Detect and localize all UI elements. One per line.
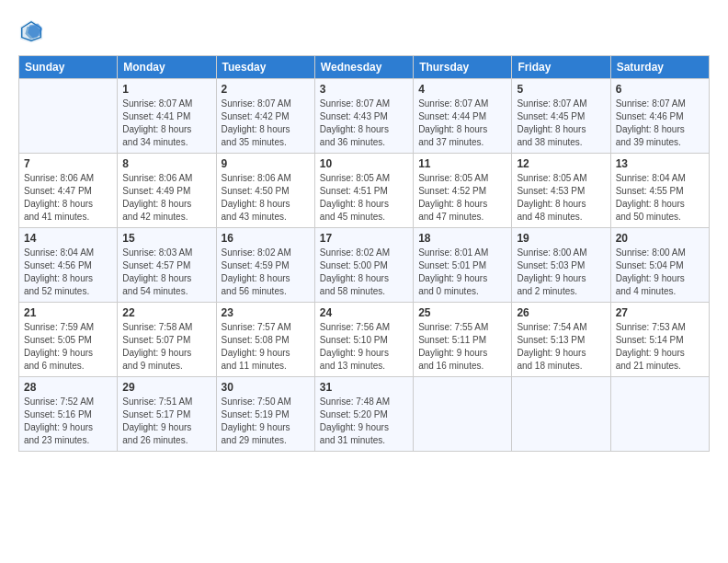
day-info: Sunrise: 8:05 AMSunset: 4:53 PMDaylight:… xyxy=(517,172,605,224)
day-info: Sunrise: 7:56 AMSunset: 5:10 PMDaylight:… xyxy=(320,321,408,373)
day-info: Sunrise: 7:58 AMSunset: 5:07 PMDaylight:… xyxy=(122,321,210,373)
day-info: Sunrise: 8:02 AMSunset: 4:59 PMDaylight:… xyxy=(222,247,310,298)
calendar-cell: 25Sunrise: 7:55 AMSunset: 5:11 PMDayligh… xyxy=(414,303,512,377)
calendar-cell: 15Sunrise: 8:03 AMSunset: 4:57 PMDayligh… xyxy=(118,228,216,303)
day-info: Sunrise: 7:48 AMSunset: 5:20 PMDaylight:… xyxy=(320,396,408,447)
day-number: 24 xyxy=(320,306,408,319)
calendar-cell: 1Sunrise: 8:07 AMSunset: 4:41 PMDaylight… xyxy=(118,79,216,154)
weekday-header-sunday: Sunday xyxy=(19,56,118,79)
day-number: 1 xyxy=(122,83,210,96)
day-number: 2 xyxy=(222,83,310,96)
day-info: Sunrise: 8:07 AMSunset: 4:45 PMDaylight:… xyxy=(517,98,605,149)
calendar-cell: 29Sunrise: 7:51 AMSunset: 5:17 PMDayligh… xyxy=(118,377,216,452)
weekday-header-friday: Friday xyxy=(512,56,610,79)
day-number: 31 xyxy=(320,381,408,394)
day-info: Sunrise: 7:51 AMSunset: 5:17 PMDaylight:… xyxy=(122,396,210,447)
day-number: 26 xyxy=(517,306,605,319)
calendar-cell: 26Sunrise: 7:54 AMSunset: 5:13 PMDayligh… xyxy=(512,303,610,377)
calendar-cell: 14Sunrise: 8:04 AMSunset: 4:56 PMDayligh… xyxy=(19,228,118,303)
day-number: 20 xyxy=(616,232,704,245)
calendar-cell: 23Sunrise: 7:57 AMSunset: 5:08 PMDayligh… xyxy=(216,303,314,377)
calendar-cell xyxy=(19,79,118,154)
calendar-cell xyxy=(414,377,512,452)
day-number: 28 xyxy=(24,381,112,394)
day-info: Sunrise: 7:52 AMSunset: 5:16 PMDaylight:… xyxy=(24,396,112,447)
day-info: Sunrise: 8:05 AMSunset: 4:52 PMDaylight:… xyxy=(418,172,506,224)
day-info: Sunrise: 7:57 AMSunset: 5:08 PMDaylight:… xyxy=(222,321,310,373)
day-number: 17 xyxy=(320,232,408,245)
calendar-week-row: 28Sunrise: 7:52 AMSunset: 5:16 PMDayligh… xyxy=(19,377,710,452)
calendar-cell: 6Sunrise: 8:07 AMSunset: 4:46 PMDaylight… xyxy=(610,79,709,154)
day-number: 12 xyxy=(517,157,605,170)
page-container: SundayMondayTuesdayWednesdayThursdayFrid… xyxy=(0,0,728,563)
calendar-week-row: 7Sunrise: 8:06 AMSunset: 4:47 PMDaylight… xyxy=(19,154,710,228)
day-info: Sunrise: 7:59 AMSunset: 5:05 PMDaylight:… xyxy=(24,321,112,373)
day-info: Sunrise: 7:53 AMSunset: 5:14 PMDaylight:… xyxy=(616,321,704,373)
day-number: 18 xyxy=(418,232,506,245)
calendar-week-row: 21Sunrise: 7:59 AMSunset: 5:05 PMDayligh… xyxy=(19,303,710,377)
day-number: 23 xyxy=(222,306,310,319)
day-info: Sunrise: 7:55 AMSunset: 5:11 PMDaylight:… xyxy=(418,321,506,373)
calendar-cell xyxy=(512,377,610,452)
weekday-header-thursday: Thursday xyxy=(414,56,512,79)
day-number: 11 xyxy=(418,157,506,170)
day-info: Sunrise: 7:50 AMSunset: 5:19 PMDaylight:… xyxy=(222,396,310,447)
calendar-cell: 17Sunrise: 8:02 AMSunset: 5:00 PMDayligh… xyxy=(314,228,413,303)
day-info: Sunrise: 8:07 AMSunset: 4:43 PMDaylight:… xyxy=(320,98,408,149)
weekday-header-wednesday: Wednesday xyxy=(314,56,413,79)
day-number: 15 xyxy=(122,232,210,245)
day-number: 22 xyxy=(122,306,210,319)
calendar-cell xyxy=(610,377,709,452)
day-info: Sunrise: 8:07 AMSunset: 4:44 PMDaylight:… xyxy=(418,98,506,149)
weekday-header-tuesday: Tuesday xyxy=(216,56,314,79)
calendar-cell: 31Sunrise: 7:48 AMSunset: 5:20 PMDayligh… xyxy=(314,377,413,452)
day-number: 8 xyxy=(122,157,210,170)
day-info: Sunrise: 8:03 AMSunset: 4:57 PMDaylight:… xyxy=(122,247,210,298)
calendar-cell: 12Sunrise: 8:05 AMSunset: 4:53 PMDayligh… xyxy=(512,154,610,228)
logo xyxy=(18,18,48,44)
day-number: 21 xyxy=(24,306,112,319)
calendar-cell: 7Sunrise: 8:06 AMSunset: 4:47 PMDaylight… xyxy=(19,154,118,228)
day-info: Sunrise: 8:01 AMSunset: 5:01 PMDaylight:… xyxy=(418,247,506,298)
calendar-cell: 5Sunrise: 8:07 AMSunset: 4:45 PMDaylight… xyxy=(512,79,610,154)
calendar-cell: 20Sunrise: 8:00 AMSunset: 5:04 PMDayligh… xyxy=(610,228,709,303)
calendar-cell: 2Sunrise: 8:07 AMSunset: 4:42 PMDaylight… xyxy=(216,79,314,154)
day-info: Sunrise: 8:07 AMSunset: 4:42 PMDaylight:… xyxy=(222,98,310,149)
calendar-cell: 16Sunrise: 8:02 AMSunset: 4:59 PMDayligh… xyxy=(216,228,314,303)
calendar-table: SundayMondayTuesdayWednesdayThursdayFrid… xyxy=(18,55,710,452)
calendar-cell: 27Sunrise: 7:53 AMSunset: 5:14 PMDayligh… xyxy=(610,303,709,377)
calendar-cell: 9Sunrise: 8:06 AMSunset: 4:50 PMDaylight… xyxy=(216,154,314,228)
weekday-header-monday: Monday xyxy=(118,56,216,79)
calendar-cell: 8Sunrise: 8:06 AMSunset: 4:49 PMDaylight… xyxy=(118,154,216,228)
calendar-cell: 22Sunrise: 7:58 AMSunset: 5:07 PMDayligh… xyxy=(118,303,216,377)
day-info: Sunrise: 8:04 AMSunset: 4:55 PMDaylight:… xyxy=(616,172,704,224)
calendar-cell: 30Sunrise: 7:50 AMSunset: 5:19 PMDayligh… xyxy=(216,377,314,452)
calendar-cell: 4Sunrise: 8:07 AMSunset: 4:44 PMDaylight… xyxy=(414,79,512,154)
day-number: 7 xyxy=(24,157,112,170)
calendar-cell: 21Sunrise: 7:59 AMSunset: 5:05 PMDayligh… xyxy=(19,303,118,377)
day-number: 14 xyxy=(24,232,112,245)
day-info: Sunrise: 8:02 AMSunset: 5:00 PMDaylight:… xyxy=(320,247,408,298)
weekday-header-saturday: Saturday xyxy=(610,56,709,79)
day-info: Sunrise: 7:54 AMSunset: 5:13 PMDaylight:… xyxy=(517,321,605,373)
calendar-header-row: SundayMondayTuesdayWednesdayThursdayFrid… xyxy=(19,56,710,79)
day-number: 6 xyxy=(616,83,704,96)
calendar-week-row: 1Sunrise: 8:07 AMSunset: 4:41 PMDaylight… xyxy=(19,79,710,154)
day-info: Sunrise: 8:05 AMSunset: 4:51 PMDaylight:… xyxy=(320,172,408,224)
day-number: 5 xyxy=(517,83,605,96)
calendar-cell: 24Sunrise: 7:56 AMSunset: 5:10 PMDayligh… xyxy=(314,303,413,377)
page-header xyxy=(18,18,710,44)
logo-icon xyxy=(18,18,44,44)
calendar-cell: 3Sunrise: 8:07 AMSunset: 4:43 PMDaylight… xyxy=(314,79,413,154)
day-info: Sunrise: 8:06 AMSunset: 4:47 PMDaylight:… xyxy=(24,172,112,224)
day-number: 13 xyxy=(616,157,704,170)
day-number: 25 xyxy=(418,306,506,319)
calendar-cell: 13Sunrise: 8:04 AMSunset: 4:55 PMDayligh… xyxy=(610,154,709,228)
day-number: 27 xyxy=(616,306,704,319)
day-info: Sunrise: 8:06 AMSunset: 4:49 PMDaylight:… xyxy=(122,172,210,224)
day-info: Sunrise: 8:00 AMSunset: 5:03 PMDaylight:… xyxy=(517,247,605,298)
day-number: 30 xyxy=(222,381,310,394)
calendar-cell: 18Sunrise: 8:01 AMSunset: 5:01 PMDayligh… xyxy=(414,228,512,303)
calendar-week-row: 14Sunrise: 8:04 AMSunset: 4:56 PMDayligh… xyxy=(19,228,710,303)
day-info: Sunrise: 8:07 AMSunset: 4:46 PMDaylight:… xyxy=(616,98,704,149)
